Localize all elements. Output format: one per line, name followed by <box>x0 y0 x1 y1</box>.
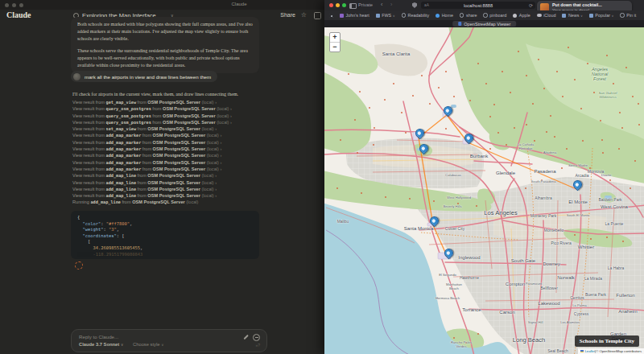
poi-dot <box>493 104 495 105</box>
bookmark-item[interactable]: iCloud <box>537 13 556 18</box>
tool-server-name: OSM PostgreSQL Server <box>147 100 200 105</box>
sidebar-toggle-icon[interactable] <box>349 3 357 9</box>
map-place-label: Angeles National Forest <box>592 67 609 81</box>
bookmark-label: Popular <box>595 13 610 18</box>
claude-titlebar[interactable]: Claude <box>0 0 324 10</box>
leaflet-link[interactable]: Leaflet <box>584 349 595 353</box>
minimize-window-icon[interactable] <box>12 3 16 7</box>
map-place-label: Carson <box>499 310 514 315</box>
map-place-label: Montebello <box>544 228 564 233</box>
reader-options-icon[interactable]: aA <box>424 3 429 7</box>
map-place-label: Hermosa Beach <box>436 296 460 300</box>
tool-call-row[interactable]: View result from add_map_line from OSM P… <box>72 173 266 179</box>
map-zoom-control: + − <box>329 32 341 52</box>
tools-icon[interactable] <box>253 334 260 341</box>
poi-dot <box>489 116 491 117</box>
assistant-intro-text: I'll check for airports in the current v… <box>72 92 261 97</box>
tool-from-label: from <box>121 200 132 204</box>
poi-dot <box>429 103 431 105</box>
tool-server-name: OSM PostgreSQL Server <box>147 180 200 185</box>
tool-call-row[interactable]: View result from add_map_marker from OSM… <box>72 140 266 146</box>
map-place-label: West Hollywood <box>447 196 471 200</box>
tool-call-row[interactable]: View result from add_map_marker from OSM… <box>72 153 266 159</box>
map-place-label: Rancho Palos Verdes <box>451 340 472 348</box>
tool-call-row[interactable]: View result from query_osm_postgres from… <box>72 113 266 120</box>
zoom-in-button[interactable]: + <box>330 33 340 43</box>
code-line: "coordinates": [ <box>77 233 253 240</box>
expand-chevron-icon: › <box>229 113 231 118</box>
tool-server-name: OSM PostgreSQL Server <box>147 193 200 198</box>
poi-dot <box>566 148 568 150</box>
code-token: -118.29151799080843 <box>77 252 142 257</box>
close-window-icon[interactable] <box>5 3 9 7</box>
map-canvas[interactable]: Santa ClaritaAngeles National ForestSan … <box>324 27 644 354</box>
tool-from-label: from <box>136 187 147 191</box>
chevron-down-icon: ∨ <box>611 14 613 18</box>
reload-icon[interactable]: ⟳ <box>529 2 533 8</box>
chevron-down-icon: ∨ <box>161 343 163 347</box>
bookmark-item[interactable]: Readability <box>402 13 430 18</box>
tool-call-row[interactable]: View result from get_map_view from OSM P… <box>72 100 266 106</box>
style-selector[interactable]: Choose style ∨ <box>133 342 163 347</box>
bookmark-item[interactable]: News∨ <box>562 13 582 18</box>
forward-button[interactable]: › <box>390 2 392 7</box>
maximize-window-icon[interactable] <box>19 3 23 7</box>
tool-call-row[interactable]: View result from add_map_marker from OSM… <box>72 167 266 173</box>
claude-logo[interactable]: Claude <box>6 10 31 19</box>
code-token: [ <box>77 239 90 244</box>
maximize-window-icon[interactable] <box>342 3 346 7</box>
tool-action-label: View result from <box>72 173 106 178</box>
reply-input[interactable]: Reply to Claude... <box>79 334 118 340</box>
tool-call-row[interactable]: View result from add_map_line from OSM P… <box>72 193 266 200</box>
tool-from-label: from <box>141 160 152 165</box>
zoom-out-button[interactable]: − <box>330 43 340 51</box>
tool-call-row[interactable]: View result from add_map_marker from OSM… <box>72 146 266 153</box>
minimize-window-icon[interactable] <box>336 3 340 7</box>
tab-bar: OpenStreetMap Viewer <box>324 20 644 27</box>
tool-call-row[interactable]: Running add_map_line from OSM PostgreSQL… <box>72 200 266 206</box>
tool-call-row[interactable]: View result from add_map_line from OSM P… <box>72 187 266 193</box>
close-window-icon[interactable] <box>329 3 333 7</box>
code-block[interactable]: { "color": "#ff7800", "weight": "3", "co… <box>71 211 259 259</box>
osm-copyright[interactable]: © OpenStreetMap contributors <box>596 349 642 353</box>
tool-from-label: from <box>141 133 152 138</box>
bookmark-item[interactable]: FWS∨ <box>376 13 395 18</box>
share-button[interactable]: Share <box>280 12 295 18</box>
tool-call-row[interactable]: View result from set_map_view from OSM P… <box>72 126 266 133</box>
tool-action-label: Running <box>72 200 90 204</box>
bookmark-item[interactable]: John's heart <box>340 13 369 18</box>
bookmark-item[interactable] <box>329 14 333 18</box>
tool-call-row[interactable]: View result from query_osm_postgres from… <box>72 120 266 126</box>
code-token: , <box>140 245 142 250</box>
bookmark-item[interactable]: Home <box>436 13 453 18</box>
poi-dot <box>384 99 386 101</box>
poi-dot <box>625 67 627 68</box>
tool-name: add_map_line <box>106 187 136 191</box>
attach-icon[interactable] <box>243 335 248 340</box>
bookmark-item[interactable]: pinboard <box>483 13 506 18</box>
tab-openstreetmap-viewer[interactable]: OpenStreetMap Viewer <box>452 21 517 27</box>
star-icon[interactable]: ☆ <box>301 11 307 19</box>
model-selector[interactable]: Claude 3.7 Sonnet ∨ <box>79 342 123 347</box>
shortcut-hint: »? <box>255 343 260 348</box>
bookmark-item[interactable]: Pin it <box>620 13 636 18</box>
bookmark-item[interactable]: Apple <box>513 13 530 18</box>
tool-name: add_map_line <box>90 200 120 204</box>
bookmark-item[interactable]: Popular∨ <box>589 13 614 18</box>
tool-action-label: View result from <box>72 100 106 105</box>
tool-call-row[interactable]: View result from add_map_marker from OSM… <box>72 160 266 167</box>
composer[interactable]: Reply to Claude... Claude 3.7 Sonnet ∨ C… <box>71 329 267 352</box>
tool-call-row[interactable]: View result from add_map_line from OSM P… <box>72 180 266 187</box>
private-browsing-label: Private <box>358 2 373 7</box>
tool-call-row[interactable]: View result from query_osm_postgres from… <box>72 106 266 113</box>
poi-dot <box>534 140 535 142</box>
address-bar[interactable]: aA localhost:8888 ⟳ <box>421 2 535 9</box>
tab-favicon <box>458 22 462 26</box>
bookmark-label: iCloud <box>543 13 555 18</box>
bookmark-item[interactable]: share <box>460 13 477 18</box>
privacy-shield-icon[interactable] <box>412 2 417 8</box>
purple-icon <box>340 14 344 18</box>
tool-call-row[interactable]: View result from add_map_marker from OSM… <box>72 133 266 139</box>
back-button[interactable]: ‹ <box>381 2 382 7</box>
archive-icon[interactable] <box>314 12 321 19</box>
